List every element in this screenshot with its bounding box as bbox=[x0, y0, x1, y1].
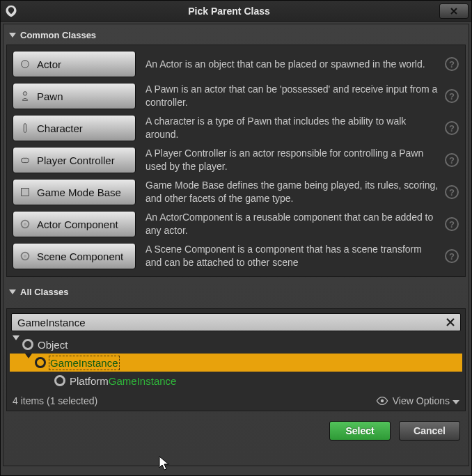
svg-text:?: ? bbox=[449, 91, 455, 102]
class-description: A Scene Component is a component that ha… bbox=[136, 243, 444, 269]
cancel-button[interactable]: Cancel bbox=[399, 421, 460, 441]
class-label: Actor Component bbox=[37, 219, 118, 230]
svg-text:?: ? bbox=[449, 155, 455, 166]
svg-rect-12 bbox=[22, 189, 29, 196]
class-icon bbox=[22, 339, 33, 350]
search-row bbox=[11, 313, 461, 331]
component-icon bbox=[17, 216, 33, 232]
class-tree: Object GameInstance PlatformGameInstance bbox=[10, 334, 462, 391]
svg-point-16 bbox=[24, 223, 27, 226]
character-icon bbox=[17, 120, 33, 136]
tree-row-gameinstance[interactable]: GameInstance bbox=[10, 354, 462, 372]
class-button-character[interactable]: Character bbox=[13, 115, 136, 141]
button-label: Select bbox=[345, 425, 374, 436]
class-row-actor: Actor An Actor is an object that can be … bbox=[11, 48, 461, 80]
chevron-down-icon bbox=[453, 395, 459, 406]
class-button-game-mode-base[interactable]: Game Mode Base bbox=[13, 179, 136, 205]
help-icon[interactable]: ? bbox=[444, 216, 459, 232]
help-icon[interactable]: ? bbox=[444, 152, 459, 168]
window-title: Pick Parent Class bbox=[19, 6, 439, 17]
class-label: Player Controller bbox=[37, 154, 115, 166]
class-description: An ActorComponent is a reusable componen… bbox=[136, 211, 444, 237]
items-status: 4 items (1 selected) bbox=[13, 395, 97, 406]
common-classes-panel: Actor An Actor is an object that can be … bbox=[6, 45, 466, 277]
pawn-icon bbox=[17, 88, 33, 104]
class-row-character: Character A character is a type of Pawn … bbox=[11, 112, 461, 144]
svg-point-3 bbox=[23, 92, 26, 95]
chevron-down-icon bbox=[9, 289, 16, 294]
svg-text:?: ? bbox=[449, 59, 455, 70]
class-description: A Player Controller is an actor responsi… bbox=[136, 147, 444, 173]
all-classes-panel: Object GameInstance PlatformGameInstance… bbox=[6, 308, 466, 411]
svg-text:?: ? bbox=[449, 219, 455, 230]
clear-search-button[interactable] bbox=[443, 315, 458, 330]
class-icon bbox=[35, 357, 46, 368]
svg-rect-9 bbox=[22, 158, 29, 162]
svg-text:?: ? bbox=[449, 123, 455, 134]
class-row-actor-component: Actor Component An ActorComponent is a r… bbox=[11, 208, 461, 240]
class-label: Scene Component bbox=[37, 251, 123, 262]
footer-buttons: Select Cancel bbox=[6, 411, 466, 441]
class-description: Game Mode Base defines the game being pl… bbox=[136, 179, 444, 205]
class-row-game-mode-base: Game Mode Base Game Mode Base defines th… bbox=[11, 176, 461, 208]
expand-icon[interactable] bbox=[13, 340, 21, 349]
class-button-scene-component[interactable]: Scene Component bbox=[13, 243, 136, 269]
class-description: An Actor is an object that can be placed… bbox=[136, 58, 444, 71]
svg-point-0 bbox=[22, 61, 29, 68]
svg-point-20 bbox=[24, 255, 27, 258]
svg-text:?: ? bbox=[449, 187, 455, 198]
search-input[interactable] bbox=[11, 313, 461, 331]
help-icon[interactable]: ? bbox=[444, 56, 459, 72]
class-button-actor-component[interactable]: Actor Component bbox=[13, 211, 136, 237]
section-header-common[interactable]: Common Classes bbox=[6, 27, 466, 45]
tree-row-platformgameinstance[interactable]: PlatformGameInstance bbox=[10, 372, 462, 390]
view-options-label: View Options bbox=[393, 395, 450, 406]
eye-icon bbox=[376, 396, 388, 406]
section-header-label: Common Classes bbox=[20, 30, 96, 40]
class-row-scene-component: Scene Component A Scene Component is a c… bbox=[11, 240, 461, 272]
svg-point-23 bbox=[381, 399, 384, 403]
help-icon[interactable]: ? bbox=[444, 248, 459, 264]
pick-parent-class-dialog: Pick Parent Class Common Classes Actor A… bbox=[0, 0, 472, 476]
help-icon[interactable]: ? bbox=[444, 88, 459, 104]
svg-rect-6 bbox=[24, 124, 26, 133]
section-header-all[interactable]: All Classes bbox=[6, 284, 466, 301]
class-description: A Pawn is an actor that can be 'possesse… bbox=[136, 83, 444, 109]
class-icon bbox=[54, 375, 65, 386]
button-label: Cancel bbox=[414, 425, 446, 436]
class-row-player-controller: Player Controller A Player Controller is… bbox=[11, 144, 461, 176]
class-button-actor[interactable]: Actor bbox=[13, 51, 136, 77]
view-options-button[interactable]: View Options bbox=[376, 395, 459, 406]
titlebar: Pick Parent Class bbox=[1, 1, 471, 22]
tree-row-object[interactable]: Object bbox=[10, 335, 462, 354]
expand-icon[interactable] bbox=[25, 358, 33, 367]
tree-label: GameInstance bbox=[50, 357, 118, 369]
class-label: Actor bbox=[37, 58, 61, 70]
help-icon[interactable]: ? bbox=[444, 120, 459, 136]
window-close-button[interactable] bbox=[439, 3, 469, 19]
class-row-pawn: Pawn A Pawn is an actor that can be 'pos… bbox=[11, 80, 461, 112]
help-icon[interactable]: ? bbox=[444, 184, 459, 200]
gamemode-icon bbox=[17, 184, 33, 200]
section-header-label: All Classes bbox=[20, 287, 68, 297]
class-label: Pawn bbox=[37, 90, 63, 102]
svg-text:?: ? bbox=[449, 251, 455, 262]
tree-label: Object bbox=[38, 339, 68, 351]
chevron-down-icon bbox=[9, 33, 16, 38]
class-label: Character bbox=[37, 122, 83, 134]
unreal-logo-icon bbox=[1, 1, 19, 22]
class-button-pawn[interactable]: Pawn bbox=[13, 83, 136, 109]
tree-footer: 4 items (1 selected) View Options bbox=[10, 391, 462, 406]
controller-icon bbox=[17, 152, 33, 168]
dialog-body: Common Classes Actor An Actor is an obje… bbox=[3, 24, 469, 466]
expand-spacer bbox=[45, 376, 53, 385]
actor-icon bbox=[17, 56, 33, 72]
select-button[interactable]: Select bbox=[329, 421, 391, 441]
class-button-player-controller[interactable]: Player Controller bbox=[13, 147, 136, 173]
class-label: Game Mode Base bbox=[37, 187, 121, 198]
class-description: A character is a type of Pawn that inclu… bbox=[136, 115, 444, 141]
tree-label: PlatformGameInstance bbox=[70, 375, 176, 387]
scene-component-icon bbox=[17, 248, 33, 264]
